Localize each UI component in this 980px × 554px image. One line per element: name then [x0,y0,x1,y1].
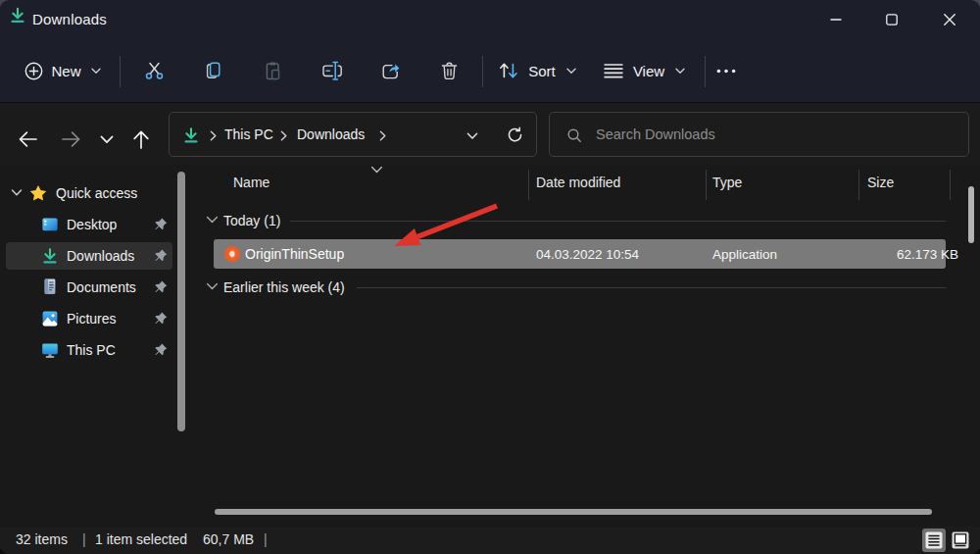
forward-button[interactable] [50,119,91,160]
address-bar[interactable]: This PC Downloads [169,112,537,157]
copy-icon [203,61,223,81]
details-view-button[interactable] [922,529,946,552]
sidebar-item-pictures[interactable]: Pictures [6,305,172,332]
column-separator[interactable] [706,170,707,200]
up-button[interactable] [121,119,162,160]
search-icon [566,127,582,143]
selection-count: 1 item selected [95,531,187,547]
sidebar-item-label: Downloads [67,248,134,264]
column-header-type[interactable]: Type [712,175,742,190]
downloads-folder-icon [10,7,25,24]
address-dropdown-chevron-icon[interactable] [466,132,478,140]
file-name: OriginThinSetup [245,246,344,262]
breadcrumb-chevron-icon [379,130,386,141]
pin-icon[interactable] [153,248,169,263]
column-separator[interactable] [858,170,859,200]
sidebar-item-label: Desktop [67,217,117,232]
maximize-button[interactable] [869,0,914,39]
sidebar-item-documents[interactable]: Documents [6,274,172,301]
cut-button[interactable] [132,51,175,90]
cut-icon [144,61,165,81]
copy-button[interactable] [191,51,234,90]
downloads-location-icon [183,127,199,143]
toolbar-separator [482,56,483,87]
view-button[interactable]: View [593,51,695,90]
chevron-down-icon[interactable] [11,188,23,198]
sort-button[interactable]: Sort [490,51,584,90]
files-pane: Name Date modified Type Size Today (1) [194,165,980,527]
navigation-bar: This PC Downloads [0,103,980,165]
file-date-modified: 04.03.2022 10:54 [536,247,639,262]
breadcrumb-chevron-icon [280,130,287,141]
pin-icon[interactable] [153,279,169,294]
sidebar-item-downloads[interactable]: Downloads [6,242,172,270]
breadcrumb-downloads[interactable]: Downloads [297,126,365,142]
chevron-down-icon [91,68,101,75]
breadcrumb-chevron-icon [210,130,217,141]
sidebar-item-quick-access[interactable]: Quick access [6,179,172,207]
document-icon [42,277,58,296]
column-separator[interactable] [950,170,951,200]
arrow-left-icon [18,130,38,148]
titlebar: Downloads [0,0,980,43]
group-header-today[interactable]: Today (1) [223,213,280,228]
status-separator: | [264,531,268,547]
monitor-icon [41,341,59,359]
status-separator: | [82,531,86,547]
breadcrumb-this-pc[interactable]: This PC [224,126,273,142]
ellipsis-icon [716,69,736,74]
delete-icon [439,61,460,81]
pin-icon[interactable] [153,217,169,231]
column-header-date-modified[interactable]: Date modified [536,175,620,190]
pictures-icon [41,310,59,327]
chevron-down-icon [566,68,576,75]
pin-icon[interactable] [153,342,169,357]
close-button[interactable] [927,0,972,39]
command-bar: New [0,43,980,103]
see-more-button[interactable] [708,51,745,90]
sidebar-scrollbar[interactable] [177,172,185,431]
rename-icon [320,61,343,81]
column-header-name[interactable]: Name [233,175,270,190]
status-bar: 32 items | 1 item selected 60,7 MB | [0,527,980,554]
column-separator[interactable] [528,170,529,200]
maximize-icon [885,13,899,26]
new-button[interactable]: New [14,51,112,90]
sidebar-item-this-pc[interactable]: This PC [6,336,172,364]
group-header-line [290,221,946,222]
rename-button[interactable] [310,51,353,90]
sidebar-item-label: Pictures [67,311,117,327]
search-box[interactable] [549,112,969,157]
column-header-size[interactable]: Size [867,175,894,190]
large-thumbnails-view-button[interactable] [949,529,972,552]
vertical-scrollbar[interactable] [968,186,974,243]
group-header-earlier-this-week[interactable]: Earlier this week (4) [223,279,345,295]
refresh-icon[interactable] [507,126,523,143]
horizontal-scrollbar[interactable] [215,509,932,515]
group-collapse-chevron-icon[interactable] [206,282,219,291]
share-button[interactable] [368,51,412,90]
delete-button[interactable] [427,51,470,90]
minimize-button[interactable] [813,0,858,39]
body-area: Quick access Desktop Downloads [0,165,980,527]
chevron-down-icon [100,135,114,144]
paste-button[interactable] [251,51,294,90]
back-button[interactable] [7,119,48,160]
sort-direction-chevron-icon [370,166,383,175]
group-header-line [357,287,946,288]
paste-icon [263,61,283,81]
file-type: Application [712,247,777,262]
new-button-label: New [51,63,80,79]
items-count: 32 items [16,531,68,547]
window-title: Downloads [32,11,107,27]
sidebar-item-label: This PC [67,342,116,358]
plus-circle-icon [24,62,43,80]
navigation-pane: Quick access Desktop Downloads [0,165,177,527]
pin-icon[interactable] [153,311,169,326]
group-collapse-chevron-icon[interactable] [206,216,219,225]
sidebar-item-desktop[interactable]: Desktop [6,211,172,238]
close-icon [943,13,956,26]
file-row-originthinsetup[interactable]: OriginThinSetup 04.03.2022 10:54 Applica… [214,239,946,269]
toolbar-separator [705,56,706,87]
search-input[interactable] [596,114,958,155]
